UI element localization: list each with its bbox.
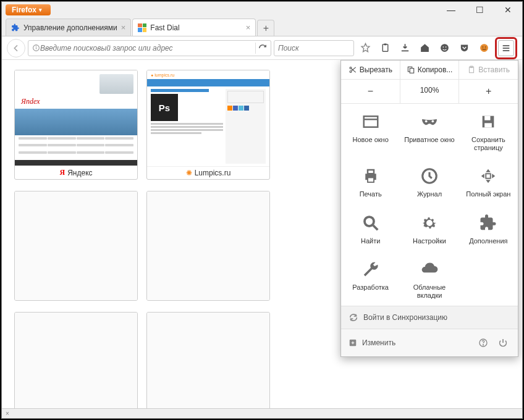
menu-copy[interactable]: Копиров... (400, 61, 459, 79)
svg-point-27 (431, 120, 434, 122)
face-icon[interactable] (436, 40, 453, 57)
tab-fastdial[interactable]: Fast Dial × (132, 19, 256, 36)
urlbar[interactable] (28, 40, 271, 56)
svg-point-41 (483, 345, 483, 345)
window-controls: — ☐ ✕ (437, 2, 522, 18)
main-menu-button[interactable] (495, 37, 517, 59)
back-button[interactable] (7, 39, 25, 57)
svg-point-16 (350, 67, 352, 69)
scissors-icon (349, 65, 357, 74)
home-icon[interactable] (416, 40, 433, 57)
svg-line-37 (373, 225, 378, 230)
menu-cut[interactable]: Вырезать (341, 61, 400, 79)
svg-point-7 (441, 44, 449, 52)
svg-rect-30 (484, 123, 492, 127)
svg-point-10 (480, 44, 488, 52)
browser-window: Firefox — ☐ ✕ Управление дополнениями × … (1, 1, 523, 419)
quit-button[interactable] (496, 335, 510, 350)
svg-rect-21 (410, 69, 413, 74)
titlebar: Firefox — ☐ ✕ (2, 2, 522, 18)
svg-rect-35 (486, 174, 491, 179)
new-tab-button[interactable]: + (257, 20, 274, 36)
puzzle-icon (11, 23, 20, 32)
maximize-button[interactable]: ☐ (465, 2, 494, 18)
smiley-orange-icon[interactable] (475, 40, 492, 57)
zoom-in-button[interactable]: + (459, 80, 518, 103)
window-icon (360, 111, 381, 132)
tab-label: Управление дополнениями (23, 23, 117, 32)
menu-sync-signin[interactable]: Войти в Синхронизацию (341, 306, 518, 329)
pocket-icon[interactable] (455, 40, 473, 57)
dial-lumpics[interactable]: ● lumpics.ru Ps (146, 70, 270, 180)
dial-empty[interactable] (14, 312, 138, 408)
bookmark-star-icon[interactable] (357, 40, 374, 57)
menu-save-page[interactable]: Сохранить страницу (459, 104, 518, 158)
dial-empty[interactable] (146, 191, 270, 301)
reload-icon[interactable] (258, 44, 267, 52)
menu-synced-tabs[interactable]: Облачные вкладки (400, 251, 458, 306)
hamburger-icon (501, 43, 511, 53)
main-menu-panel: Вырезать Копиров... Вставить − 100% + Но… (340, 60, 518, 357)
print-icon (360, 166, 381, 187)
downloads-icon[interactable] (396, 40, 413, 57)
tabstrip: Управление дополнениями × Fast Dial × + (2, 18, 522, 36)
menu-footer: Изменить (341, 329, 518, 356)
svg-rect-29 (484, 116, 490, 120)
svg-point-36 (365, 217, 374, 226)
menu-addons[interactable]: Дополнения (459, 205, 518, 251)
dial-yandex[interactable]: Яndex ЯЯндекс (14, 70, 138, 180)
svg-rect-32 (368, 170, 374, 174)
gear-icon (419, 212, 440, 233)
svg-rect-33 (368, 178, 374, 183)
plus-box-icon (349, 338, 357, 347)
clipboard-icon[interactable] (376, 40, 394, 57)
menu-history[interactable]: Журнал (400, 158, 458, 204)
menu-private-window[interactable]: Приватное окно (400, 104, 458, 158)
svg-point-12 (484, 46, 486, 48)
tab-close-icon[interactable]: × (246, 23, 251, 32)
paste-icon (467, 65, 476, 74)
close-button[interactable]: ✕ (494, 2, 522, 18)
wrench-icon (360, 259, 381, 280)
menu-fullscreen[interactable]: Полный экран (459, 158, 518, 204)
dial-empty[interactable] (14, 191, 138, 301)
menu-developer[interactable]: Разработка (341, 251, 400, 306)
searchbox[interactable] (274, 40, 354, 56)
svg-rect-5 (382, 44, 388, 51)
svg-point-9 (445, 46, 446, 48)
dial-label: ЯЯндекс (15, 166, 137, 179)
svg-point-2 (36, 46, 36, 47)
zoom-out-button[interactable]: − (341, 80, 400, 103)
statusbar: × (2, 408, 522, 418)
svg-rect-24 (363, 116, 378, 127)
app-menu-button[interactable]: Firefox (6, 4, 51, 15)
content-area: Яndex ЯЯндекс ● lumpics.ru (2, 60, 522, 408)
statusbar-close-icon[interactable]: × (6, 410, 9, 417)
minimize-button[interactable]: — (437, 2, 465, 18)
menu-find[interactable]: Найти (341, 205, 400, 251)
mask-icon (419, 111, 440, 132)
svg-rect-6 (384, 43, 386, 45)
svg-point-11 (482, 46, 483, 48)
addon-icon (478, 212, 499, 233)
save-icon (478, 111, 499, 132)
info-icon (32, 44, 40, 52)
tab-addons[interactable]: Управление дополнениями × (6, 19, 131, 36)
tab-close-icon[interactable]: × (121, 23, 126, 32)
menu-settings[interactable]: Настройки (400, 205, 458, 251)
dial-empty[interactable] (146, 312, 270, 408)
navbar (2, 36, 522, 60)
svg-point-38 (428, 220, 431, 224)
svg-point-26 (425, 120, 428, 122)
help-button[interactable] (476, 335, 491, 350)
url-input[interactable] (40, 44, 253, 52)
dial-thumbnail: Яndex (15, 70, 137, 166)
fullscreen-icon (478, 166, 499, 187)
menu-paste: Вставить (458, 61, 518, 79)
menu-print[interactable]: Печать (341, 158, 400, 204)
tab-label: Fast Dial (150, 23, 179, 32)
menu-new-window[interactable]: Новое окно (341, 104, 400, 158)
svg-point-8 (442, 46, 444, 48)
find-icon (360, 212, 381, 233)
menu-customize[interactable]: Изменить (362, 338, 395, 347)
